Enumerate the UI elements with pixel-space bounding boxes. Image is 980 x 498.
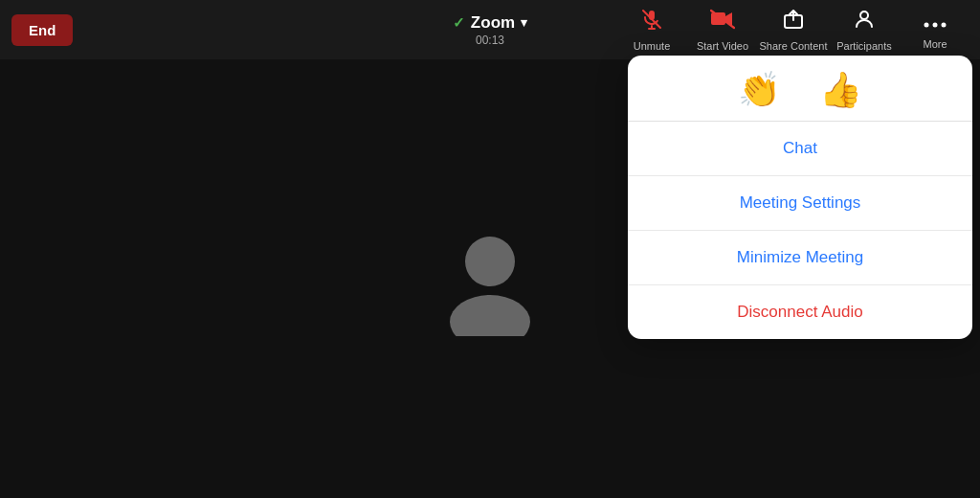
shield-icon: ✓ <box>453 14 465 32</box>
end-button[interactable]: End <box>11 14 73 46</box>
participants-button[interactable]: Participants <box>831 0 898 59</box>
svg-point-8 <box>924 23 929 28</box>
toolbar-left: End <box>11 14 73 46</box>
mic-off-icon <box>640 8 663 36</box>
disconnect-audio-menu-item[interactable]: Disconnect Audio <box>628 285 972 339</box>
start-video-button[interactable]: Start Video <box>689 0 756 59</box>
emoji-reactions-row: 👏 👍 <box>628 56 972 122</box>
more-button[interactable]: More <box>902 0 969 59</box>
avatar <box>433 221 547 336</box>
more-dropdown-menu: 👏 👍 Chat Meeting Settings Minimize Meeti… <box>628 56 972 339</box>
meeting-title-row: ✓ Zoom ▾ <box>453 13 527 33</box>
start-video-label: Start Video <box>697 40 748 52</box>
thumbsup-emoji-button[interactable]: 👍 <box>819 73 862 107</box>
chevron-down-icon: ▾ <box>521 15 527 30</box>
meeting-settings-menu-item[interactable]: Meeting Settings <box>628 176 972 231</box>
toolbar: End ✓ Zoom ▾ 00:13 Unmute <box>0 0 980 59</box>
svg-point-12 <box>450 295 530 336</box>
avatar-container <box>433 221 547 336</box>
share-content-button[interactable]: Share Content <box>760 0 827 59</box>
minimize-meeting-menu-item[interactable]: Minimize Meeting <box>628 231 972 285</box>
unmute-label: Unmute <box>634 40 671 52</box>
toolbar-right: Unmute Start Video Share Content <box>618 0 969 59</box>
svg-point-7 <box>860 11 868 19</box>
svg-point-9 <box>933 23 938 28</box>
meeting-name: Zoom <box>471 13 515 33</box>
video-off-icon <box>710 8 735 36</box>
participants-label: Participants <box>836 40 891 52</box>
svg-point-11 <box>465 237 515 286</box>
svg-point-10 <box>942 23 947 28</box>
unmute-button[interactable]: Unmute <box>618 0 685 59</box>
clap-emoji-button[interactable]: 👏 <box>738 73 781 107</box>
more-icon <box>924 10 947 34</box>
more-label: More <box>923 38 947 50</box>
chat-menu-item[interactable]: Chat <box>628 122 972 176</box>
participants-icon <box>853 8 876 36</box>
meeting-timer: 00:13 <box>476 34 504 47</box>
share-icon <box>782 8 805 36</box>
toolbar-center: ✓ Zoom ▾ 00:13 <box>453 13 527 47</box>
share-content-label: Share Content <box>760 40 828 52</box>
